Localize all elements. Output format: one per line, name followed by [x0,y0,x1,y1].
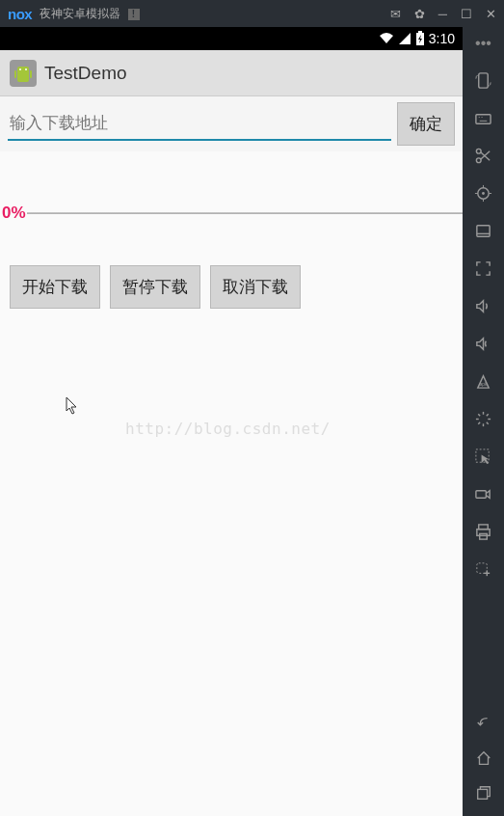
keyboard-icon[interactable] [463,101,504,135]
status-clock: 3:10 [429,31,455,46]
app-content: 0% 开始下载 暂停下载 取消下载 http://blog.csdn.net/ [0,151,463,816]
emulator-right-toolbar: ••• apk [463,27,504,816]
printer-icon[interactable] [463,515,504,549]
maximize-button[interactable]: ☐ [461,7,472,21]
window-title: 夜神安卓模拟器 ! [40,6,390,22]
download-url-input[interactable] [10,114,389,133]
svg-line-29 [487,422,489,424]
cellular-icon [398,32,411,45]
mail-icon[interactable]: ✉ [390,7,401,21]
wifi-icon [379,32,394,45]
svg-rect-42 [477,789,487,799]
svg-rect-8 [479,73,489,88]
click-cursor-icon[interactable] [463,440,504,474]
svg-rect-35 [476,491,486,499]
svg-rect-38 [480,533,488,539]
add-window-icon[interactable] [463,553,504,586]
cursor-icon [66,396,79,421]
android-statusbar: 3:10 [0,27,463,50]
pause-download-button[interactable]: 暂停下载 [110,265,200,309]
svg-text:apk: apk [480,382,488,387]
emulator-titlebar: nox 夜神安卓模拟器 ! ✉ ✿ ─ ☐ ✕ [0,0,504,27]
watermark-text: http://blog.csdn.net/ [125,420,331,438]
android-back-button[interactable] [463,706,504,741]
svg-rect-39 [477,563,487,573]
location-icon[interactable] [463,177,504,210]
svg-rect-23 [477,226,490,236]
volume-up-icon[interactable] [463,289,504,323]
loading-icon[interactable] [463,402,504,436]
svg-line-27 [487,414,489,416]
confirm-button[interactable]: 确定 [397,102,455,146]
apk-install-icon[interactable]: apk [463,365,504,398]
cancel-download-button[interactable]: 取消下载 [210,265,301,309]
close-button[interactable]: ✕ [486,7,496,21]
progress-bar [27,212,463,214]
app-title: TestDemo [44,63,127,84]
record-icon[interactable] [463,477,504,511]
progress-percent: 0% [2,204,26,223]
svg-line-31 [478,422,480,424]
svg-line-33 [478,414,480,416]
download-controls: 开始下载 暂停下载 取消下载 [10,265,301,309]
fullscreen-icon[interactable] [463,252,504,286]
svg-rect-1 [418,31,422,33]
android-recents-button[interactable] [463,775,504,810]
svg-rect-7 [30,70,32,78]
device-screen: 3:10 TestDemo 确定 0% 开始下载 暂停下载 取消下载 http:… [0,27,463,816]
window-controls: ✉ ✿ ─ ☐ ✕ [390,7,496,21]
more-options-icon[interactable]: ••• [475,33,491,60]
battery-charging-icon [415,31,425,46]
svg-point-5 [25,68,27,70]
svg-rect-9 [476,115,491,124]
minimize-button[interactable]: ─ [438,7,447,21]
rotate-icon[interactable] [463,64,504,97]
svg-rect-6 [14,70,16,78]
info-badge-icon: ! [128,9,140,20]
app-title-bar: TestDemo [0,50,463,96]
start-download-button[interactable]: 开始下载 [10,265,100,309]
nox-logo: nox [8,6,32,22]
scissors-icon[interactable] [463,139,504,173]
svg-rect-37 [477,530,490,536]
android-home-button[interactable] [463,741,504,775]
svg-rect-3 [17,67,29,82]
url-input-row: 确定 [0,96,463,151]
svg-point-4 [19,68,21,70]
settings-gear-icon[interactable]: ✿ [414,7,425,21]
svg-point-18 [482,192,485,195]
window-bottom-icon[interactable] [463,214,504,248]
volume-down-icon[interactable] [463,327,504,361]
app-icon [10,60,37,87]
